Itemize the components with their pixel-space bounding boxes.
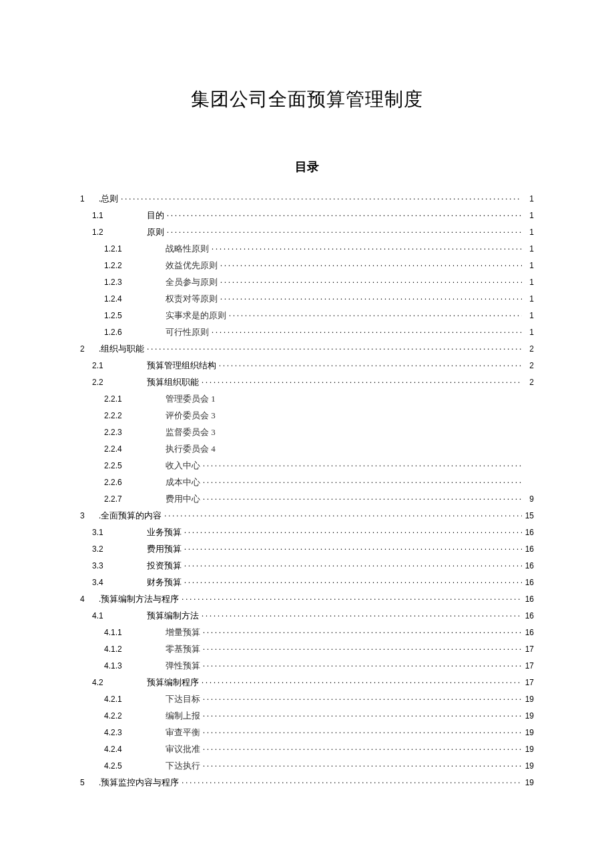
toc-entry-label: 监督委员会 3 xyxy=(158,428,216,436)
toc-entry[interactable]: 2.2.6成本中心 xyxy=(80,473,534,490)
toc-entry-number: 4 xyxy=(80,595,95,603)
toc-entry[interactable]: 1.1目的1 xyxy=(80,206,534,223)
toc-leader xyxy=(200,760,522,769)
toc-entry-label: 执行委员会 4 xyxy=(158,444,216,453)
toc-entry-label: 增量预算 xyxy=(158,628,200,636)
toc-entry-label: 预算编制方法 xyxy=(132,611,199,620)
toc-entry-number: 2 xyxy=(80,345,95,353)
toc-leader xyxy=(209,243,522,252)
toc-entry-label: 战略性原则 xyxy=(158,244,209,253)
toc-entry-number: 1.2.6 xyxy=(80,328,158,336)
toc-entry-label: 成本中心 xyxy=(158,478,200,486)
toc-entry-page: 16 xyxy=(522,612,534,620)
toc-entry[interactable]: 4.1.1增量预算16 xyxy=(80,623,534,640)
toc-leader xyxy=(200,476,522,485)
toc-entry[interactable]: 1.总则1 xyxy=(80,189,534,206)
table-of-contents: 1.总则11.1目的11.2原则11.2.1战略性原则11.2.2效益优先原则1… xyxy=(80,189,534,790)
toc-entry[interactable]: 4.2.3审查平衡19 xyxy=(80,723,534,740)
toc-entry-page: 19 xyxy=(522,712,534,720)
toc-entry[interactable]: 2.2.4执行委员会 4 xyxy=(80,440,534,456)
toc-leader xyxy=(199,610,522,618)
toc-entry-page: 1 xyxy=(522,278,534,286)
toc-leader xyxy=(200,693,522,702)
toc-entry[interactable]: 2.2预算组织职能2 xyxy=(80,373,534,390)
toc-entry-page: 19 xyxy=(522,779,534,787)
toc-entry-label: 实事求是的原则 xyxy=(158,311,226,320)
toc-heading: 目录 xyxy=(80,159,534,175)
toc-entry[interactable]: 3.全面预算的内容15 xyxy=(80,506,534,523)
toc-entry-page: 19 xyxy=(522,729,534,737)
toc-leader xyxy=(200,743,522,752)
toc-entry[interactable]: 3.4财务预算16 xyxy=(80,573,534,590)
toc-leader xyxy=(200,493,522,502)
toc-entry[interactable]: 4.预算编制方法与程序16 xyxy=(80,590,534,606)
toc-entry-number: 1.2.5 xyxy=(80,312,158,320)
toc-entry[interactable]: 1.2.4权责对等原则1 xyxy=(80,290,534,306)
toc-entry-page: 2 xyxy=(522,345,534,353)
toc-entry[interactable]: 4.1预算编制方法16 xyxy=(80,606,534,623)
toc-entry[interactable]: 2.2.3监督委员会 3 xyxy=(80,423,534,440)
toc-entry-number: 2.2.5 xyxy=(80,462,158,470)
toc-entry-number: 3 xyxy=(80,512,95,520)
toc-entry[interactable]: 3.1业务预算16 xyxy=(80,523,534,540)
toc-entry[interactable]: 4.2.4审议批准19 xyxy=(80,740,534,757)
toc-leader xyxy=(200,660,522,669)
toc-entry-label: 审查平衡 xyxy=(158,728,200,737)
toc-entry-page: 17 xyxy=(522,679,534,687)
toc-entry[interactable]: 2.2.7费用中心9 xyxy=(80,490,534,506)
toc-entry-number: 1.2.2 xyxy=(80,262,158,270)
toc-entry-number: 3.3 xyxy=(80,562,132,570)
toc-entry-number: 3.2 xyxy=(80,545,132,553)
toc-entry[interactable]: 4.1.2零基预算17 xyxy=(80,640,534,657)
toc-leader xyxy=(226,310,522,318)
toc-entry-number: 1 xyxy=(80,195,95,203)
toc-entry[interactable]: 1.2.5实事求是的原则1 xyxy=(80,306,534,323)
toc-entry[interactable]: 4.2.5下达执行19 xyxy=(80,757,534,773)
toc-leader xyxy=(200,626,522,635)
toc-entry-label: 预算组织职能 xyxy=(132,378,199,386)
toc-entry[interactable]: 5.预算监控内容与程序19 xyxy=(80,773,534,790)
toc-leader xyxy=(218,276,522,285)
toc-entry[interactable]: 2.组织与职能2 xyxy=(80,340,534,356)
toc-entry-number: 4.2.1 xyxy=(80,695,158,703)
toc-leader xyxy=(182,543,522,552)
toc-entry-label: 编制上报 xyxy=(158,711,200,720)
document-title: 集团公司全面预算管理制度 xyxy=(80,87,534,112)
toc-entry-label: 下达目标 xyxy=(158,695,200,703)
toc-entry[interactable]: 4.1.3弹性预算17 xyxy=(80,657,534,673)
toc-entry[interactable]: 2.1预算管理组织结构2 xyxy=(80,356,534,373)
toc-leader xyxy=(182,576,522,585)
toc-entry-label: 收入中心 xyxy=(158,461,200,470)
toc-leader xyxy=(216,360,522,368)
toc-entry-page: 1 xyxy=(522,211,534,220)
toc-entry-page: 17 xyxy=(522,662,534,670)
toc-entry-page: 19 xyxy=(522,695,534,703)
toc-entry-label: .全面预算的内容 xyxy=(95,511,162,520)
toc-entry[interactable]: 3.3投资预算16 xyxy=(80,556,534,573)
toc-entry-label: .组织与职能 xyxy=(95,344,144,353)
toc-entry-page: 16 xyxy=(522,628,534,636)
toc-entry-number: 2.2.6 xyxy=(80,478,158,486)
toc-entry-label: .预算监控内容与程序 xyxy=(95,778,179,787)
toc-entry-number: 1.2 xyxy=(80,228,132,236)
toc-entry[interactable]: 1.2.6可行性原则1 xyxy=(80,323,534,340)
toc-entry[interactable]: 2.2.2评价委员会 3 xyxy=(80,406,534,423)
document-page: 集团公司全面预算管理制度 目录 1.总则11.1目的11.2原则11.2.1战略… xyxy=(0,0,614,843)
toc-entry[interactable]: 1.2.3全员参与原则1 xyxy=(80,273,534,290)
toc-entry-label: 费用中心 xyxy=(158,494,200,503)
toc-entry-number: 4.1.1 xyxy=(80,628,158,636)
toc-entry[interactable]: 2.2.1管理委员会 1 xyxy=(80,390,534,406)
toc-entry[interactable]: 1.2.1战略性原则1 xyxy=(80,240,534,256)
toc-entry[interactable]: 3.2费用预算16 xyxy=(80,540,534,556)
toc-entry[interactable]: 1.2原则1 xyxy=(80,223,534,240)
toc-entry[interactable]: 4.2.2编制上报19 xyxy=(80,707,534,723)
toc-entry-number: 2.1 xyxy=(80,362,132,370)
toc-entry-page: 2 xyxy=(522,362,534,370)
toc-entry-page: 16 xyxy=(522,595,534,603)
toc-entry[interactable]: 2.2.5收入中心 xyxy=(80,456,534,473)
toc-entry[interactable]: 1.2.2效益优先原则1 xyxy=(80,256,534,273)
toc-leader xyxy=(200,727,522,735)
toc-leader xyxy=(179,593,522,602)
toc-entry[interactable]: 4.2预算编制程序17 xyxy=(80,673,534,690)
toc-entry[interactable]: 4.2.1下达目标19 xyxy=(80,690,534,707)
